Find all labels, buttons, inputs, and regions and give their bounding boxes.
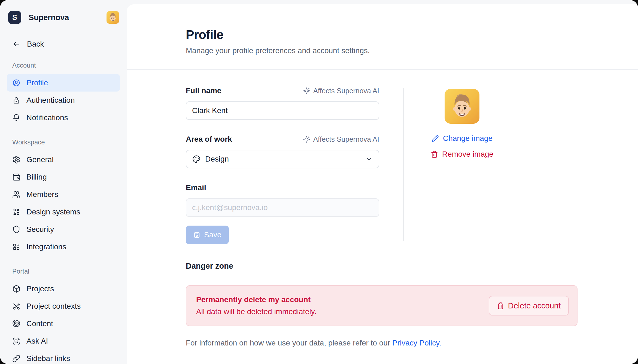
save-label: Save [204,230,221,239]
page-title: Profile [186,27,578,42]
area-of-work-select[interactable]: Design [186,150,379,168]
sidebar-item-members[interactable]: Members [7,186,120,203]
danger-divider [186,278,578,278]
sparkles-icon [303,87,310,95]
user-circle-icon [12,79,20,87]
form-avatar-divider [403,88,404,241]
sidebar-item-design-systems[interactable]: Design systems [7,203,120,221]
sidebar-item-integrations[interactable]: Integrations [7,238,120,256]
sidebar-item-notifications[interactable]: Notifications [7,109,120,126]
privacy-policy-link[interactable]: Privacy Policy. [392,339,441,347]
page-subtitle: Manage your profile preferences and acco… [186,46,578,55]
palette-icon [192,155,200,163]
sidebar-item-content[interactable]: Content [7,315,120,332]
area-of-work-label: Area of work [186,135,232,144]
sidebar-item-authentication[interactable]: Authentication [7,92,120,109]
sidebar-item-project-contexts[interactable]: Project contexts [7,298,120,315]
sidebar-item-billing[interactable]: Billing [7,168,120,186]
sidebar-item-label: Ask AI [26,337,48,345]
area-of-work-value: Design [205,155,229,163]
sidebar-item-label: General [26,155,54,164]
remove-image-link[interactable]: Remove image [431,150,493,159]
sidebar-item-label: Content [26,319,53,328]
trash-icon [497,302,504,310]
sidebar-item-projects[interactable]: Projects [7,280,120,298]
full-name-label: Full name [186,86,221,95]
chevron-down-icon [366,156,373,163]
ai-badge-label: Affects Supernova AI [313,135,379,144]
bell-icon [12,114,20,122]
back-button[interactable]: Back [12,40,120,48]
change-image-link[interactable]: Change image [432,134,493,143]
ai-badge: Affects Supernova AI [303,87,379,95]
shapes-icon [12,208,20,216]
privacy-note: For information on how we use your data,… [186,339,578,347]
section-label-account: Account [12,62,120,69]
arrow-left-icon [12,40,20,48]
sidebar-item-label: Billing [26,173,47,181]
save-button[interactable]: Save [186,226,229,244]
sidebar-item-label: Integrations [26,242,66,251]
workspace-name: Supernova [29,13,69,22]
sidebar-item-label: Design systems [26,208,80,216]
ai-badge: Affects Supernova AI [303,135,379,144]
sidebar-item-label: Members [26,190,58,199]
scan-search-sparkle-icon [12,337,20,345]
sidebar-item-label: Security [26,225,54,234]
app-window: S Supernova Back Account Profile Authent… [0,0,638,364]
delete-account-label: Delete account [508,301,561,310]
pencil-icon [432,135,439,142]
sidebar-item-general[interactable]: General [7,151,120,168]
section-label-workspace: Workspace [12,138,120,146]
danger-description: All data will be deleted immediately. [196,307,316,316]
sidebar-item-label: Authentication [26,96,75,105]
trash-icon [431,151,438,158]
lock-icon [12,96,20,104]
delete-account-button[interactable]: Delete account [489,296,569,316]
workspace-logo: S [8,11,21,24]
danger-zone-title: Danger zone [186,262,578,271]
back-label: Back [27,40,44,48]
avatar-column: Change image Remove image [417,87,507,244]
crossed-keys-icon [12,302,20,310]
privacy-note-text: For information on how we use your data,… [186,339,392,347]
user-avatar-large [445,89,479,124]
save-icon [193,231,200,239]
change-image-label: Change image [443,134,493,143]
sidebar-item-security[interactable]: Security [7,221,120,238]
wallet-icon [12,173,20,181]
full-name-input[interactable] [186,101,379,120]
workspace-switcher[interactable]: S Supernova [8,11,119,24]
sidebar-item-label: Notifications [26,113,68,122]
gear-icon [12,156,20,164]
spiral-icon [12,320,20,328]
sidebar-item-sidebar-links[interactable]: Sidebar links [7,350,120,364]
sidebar-item-profile[interactable]: Profile [7,74,120,92]
link-icon [12,354,20,363]
ai-badge-label: Affects Supernova AI [313,87,379,95]
email-label: Email [186,183,206,192]
sparkles-icon [303,136,310,143]
shield-icon [12,225,20,233]
sidebar-item-ask-ai[interactable]: Ask AI [7,332,120,350]
main-panel: Profile Manage your profile preferences … [127,4,638,364]
danger-heading: Permanently delete my account [196,295,316,304]
users-icon [12,190,20,199]
sidebar-item-label: Project contexts [26,302,81,311]
danger-zone-panel: Permanently delete my account All data w… [186,285,578,326]
sidebar-item-label: Sidebar links [26,354,70,363]
cube-icon [12,285,20,293]
sidebar-item-label: Projects [26,284,54,293]
remove-image-label: Remove image [442,150,493,159]
profile-form: Full name Affects Supernova AI Area of w… [186,87,379,244]
sidebar: S Supernova Back Account Profile Authent… [0,0,127,364]
email-input[interactable] [186,198,379,217]
sidebar-item-label: Profile [26,78,48,87]
logo-letter: S [12,13,17,22]
section-label-portal: Portal [12,268,120,275]
user-avatar-small[interactable] [107,11,119,24]
grid-plus-icon [12,243,20,251]
